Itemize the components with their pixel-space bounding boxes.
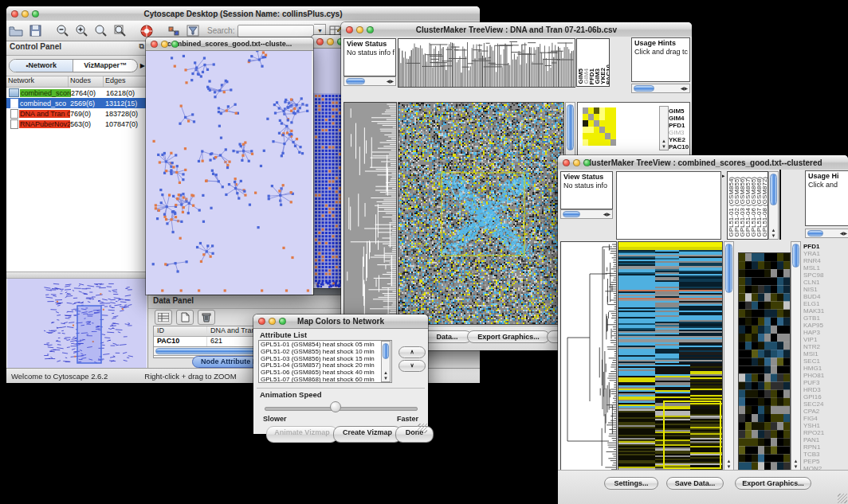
gene-label[interactable]: HAP3 bbox=[803, 329, 824, 336]
heatmap-cell[interactable] bbox=[610, 120, 616, 127]
done-button[interactable]: Done bbox=[395, 426, 434, 443]
attribute-table-icon[interactable] bbox=[155, 310, 172, 325]
network-view-title-bar[interactable]: combined_scores_good.txt--cluste... bbox=[146, 37, 313, 51]
row-label[interactable]: GIM4 bbox=[669, 115, 689, 122]
tab-vizmapper[interactable]: VizMapper™ bbox=[73, 60, 136, 72]
float-panel-icon[interactable]: ⧉ bbox=[139, 42, 144, 54]
usage-hints-hscrollbar[interactable]: ◀▶ bbox=[805, 229, 848, 238]
network-row[interactable]: DNA and Tran 07769(0)183728(0) bbox=[6, 108, 147, 119]
attribute-list[interactable]: GPL51-01 (GSM854) heat shock 05 minGPL51… bbox=[258, 340, 392, 383]
dialog-title-bar[interactable]: Map Colors to Network bbox=[253, 315, 428, 329]
slider-thumb[interactable] bbox=[330, 401, 341, 412]
network-row[interactable]: combined_sco2569(6)13112(15) bbox=[6, 98, 147, 108]
row-label[interactable]: GIM5 bbox=[669, 107, 689, 115]
heatmap-cell[interactable] bbox=[594, 127, 599, 133]
gene-label[interactable]: NTR2 bbox=[803, 343, 824, 350]
gene-label[interactable]: GTB1 bbox=[803, 315, 824, 322]
heatmap-cell[interactable] bbox=[605, 139, 610, 146]
row-dendrogram-canvas[interactable] bbox=[560, 241, 617, 471]
heatmap-cell[interactable] bbox=[599, 107, 605, 114]
gene-label[interactable]: CLN1 bbox=[803, 279, 824, 286]
gene-label[interactable]: HMG1 bbox=[803, 365, 824, 372]
tabs-overflow-arrow[interactable]: ▶ bbox=[140, 62, 145, 69]
gene-label[interactable]: SEC1 bbox=[803, 357, 824, 365]
gene-label[interactable]: VIP1 bbox=[803, 336, 824, 343]
row-label[interactable]: YKE2 bbox=[669, 136, 689, 143]
gene-label[interactable]: MSL1 bbox=[803, 264, 824, 272]
tab-network[interactable]: 🞄Network bbox=[10, 60, 73, 72]
heatmap-vscrollbar[interactable]: ▲▼ bbox=[724, 241, 734, 471]
heatmap-cell[interactable] bbox=[583, 127, 588, 133]
export-graphics-button[interactable]: Export Graphics... bbox=[735, 477, 811, 490]
zoom-heatmap-grid[interactable] bbox=[583, 107, 616, 146]
help-lifesaver-icon[interactable] bbox=[138, 23, 155, 39]
close-button[interactable] bbox=[11, 10, 18, 18]
gene-label[interactable]: MAK31 bbox=[803, 307, 824, 315]
treeview2-title-bar[interactable]: ClusterMaker TreeView : combined_scores_… bbox=[558, 155, 848, 170]
column-header-nodes[interactable]: Nodes bbox=[69, 76, 104, 87]
network-canvas[interactable] bbox=[146, 51, 312, 295]
heatmap-cell[interactable] bbox=[599, 133, 605, 139]
gene-label[interactable]: FIG4 bbox=[803, 415, 824, 422]
heatmap-cell[interactable] bbox=[605, 120, 610, 127]
expander-icon[interactable]: ▸ bbox=[722, 173, 725, 179]
heatmap-cell[interactable] bbox=[583, 133, 588, 139]
heatmap-cell[interactable] bbox=[594, 107, 599, 114]
animation-speed-slider[interactable] bbox=[265, 407, 418, 411]
search-input[interactable] bbox=[238, 25, 314, 37]
column-labels-panel[interactable]: GPL51-01 (GSM854)GPL51-02 (GSM855)GPL51-… bbox=[727, 171, 768, 240]
minimize-button[interactable] bbox=[356, 26, 363, 33]
heatmap-cell[interactable] bbox=[599, 139, 605, 146]
heatmap-cell[interactable] bbox=[599, 127, 605, 133]
main-title-bar[interactable]: Cytoscape Desktop (Session Name: collins… bbox=[6, 6, 480, 21]
gene-label[interactable]: KAP95 bbox=[803, 322, 824, 329]
gene-label[interactable]: RPO21 bbox=[803, 429, 824, 436]
attribute-list-item[interactable]: GPL51-07 (GSM868) heat shock 60 min bbox=[261, 377, 390, 383]
heatmap-cell[interactable] bbox=[588, 120, 594, 127]
zoom-button[interactable] bbox=[32, 10, 39, 18]
heatmap-cell[interactable] bbox=[583, 139, 588, 146]
heatmap-cell[interactable] bbox=[588, 127, 594, 133]
zoom-fit-icon[interactable] bbox=[111, 23, 128, 39]
column-labels-panel[interactable]: GIM5GIM4PFD1GIM3YKE2PAC10 bbox=[576, 38, 610, 87]
save-data-button[interactable]: Save Data... bbox=[666, 477, 724, 490]
gene-label[interactable]: RNR4 bbox=[803, 257, 824, 264]
column-header-edges[interactable]: Edges bbox=[104, 76, 147, 87]
attribute-list-vscrollbar[interactable]: ▲▼ bbox=[381, 341, 391, 382]
gene-label[interactable]: MSI1 bbox=[803, 350, 824, 357]
zoom-in-icon[interactable] bbox=[73, 23, 90, 39]
delete-attribute-icon[interactable] bbox=[198, 310, 215, 325]
heatmap-cell[interactable] bbox=[599, 114, 605, 120]
heatmap-cell[interactable] bbox=[583, 120, 588, 127]
heatmap-cell[interactable] bbox=[605, 114, 610, 120]
attr-col-id[interactable]: ID bbox=[154, 326, 207, 336]
gene-label[interactable]: HRD3 bbox=[803, 386, 824, 393]
panel-splitter[interactable] bbox=[6, 272, 147, 279]
zoom-vscrollbar[interactable]: ▲▼ bbox=[659, 106, 669, 150]
zoom-heatmap-canvas[interactable] bbox=[738, 252, 791, 471]
gene-label[interactable]: YSH1 bbox=[803, 422, 824, 429]
network-row[interactable]: combined_scores2764(0)16218(0) bbox=[6, 88, 147, 98]
minimize-button[interactable] bbox=[269, 318, 276, 325]
heatmap-cell[interactable] bbox=[594, 120, 599, 127]
export-graphics-button[interactable]: Export Graphics... bbox=[467, 330, 550, 343]
heatmap-cell[interactable] bbox=[594, 139, 599, 146]
open-file-icon[interactable] bbox=[7, 23, 25, 39]
annotation-icon[interactable] bbox=[165, 23, 183, 39]
gene-label[interactable]: PHO81 bbox=[803, 372, 824, 379]
gene-labels-list[interactable]: PFD1YRA1RNR4MSL1SPC98CLN1NIS1BUD4ELG1MAK… bbox=[803, 243, 824, 472]
heatmap-canvas[interactable] bbox=[398, 102, 564, 325]
gene-label[interactable]: GPI16 bbox=[803, 393, 824, 400]
gene-label[interactable]: PEP5 bbox=[803, 458, 824, 465]
save-icon[interactable] bbox=[26, 23, 44, 39]
network-row[interactable]: RNAPuberNov2+563(0)107847(0) bbox=[6, 119, 147, 129]
column-header-network[interactable]: Network bbox=[6, 76, 69, 87]
gene-label[interactable]: PAN1 bbox=[803, 436, 824, 443]
overview-minimap-canvas[interactable] bbox=[7, 279, 147, 368]
heatmap-cell[interactable] bbox=[583, 114, 588, 120]
gene-list-vscrollbar[interactable]: ▲▼ bbox=[791, 241, 801, 471]
zoom-out-icon[interactable] bbox=[53, 23, 71, 39]
heatmap-cell[interactable] bbox=[605, 127, 610, 133]
column-dendrogram-area[interactable] bbox=[616, 171, 721, 240]
heatmap-cell[interactable] bbox=[610, 133, 616, 139]
